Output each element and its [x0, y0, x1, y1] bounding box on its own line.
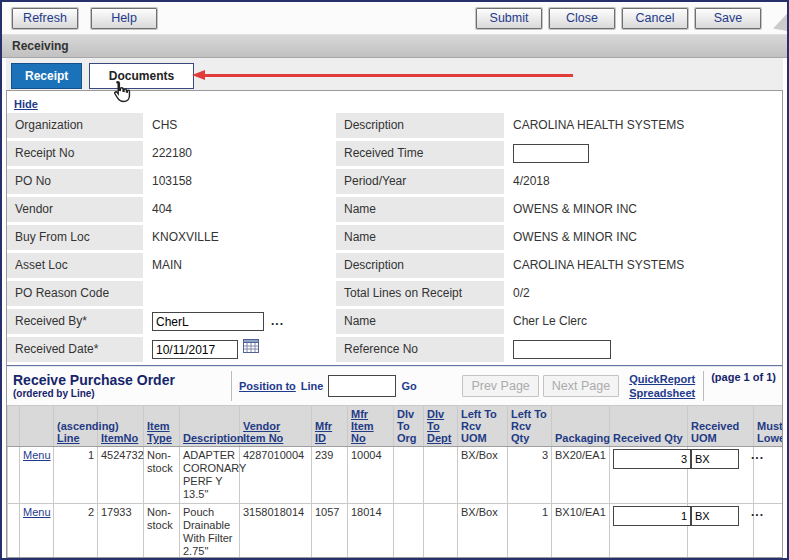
description-1-value: CAROLINA HEALTH SYSTEMS: [504, 113, 782, 138]
row2-itemno: 17933: [98, 504, 144, 559]
row2-item-type: Non-stock: [144, 504, 180, 559]
grid-header-received-qty: Received Qty: [610, 406, 688, 447]
row2-left-to-rcv-qty: 1: [508, 504, 552, 559]
grid-header-dlv-to-dept[interactable]: Dlv ToDept: [424, 406, 458, 447]
po-reason-code-label: PO Reason Code: [7, 281, 143, 306]
cancel-button[interactable]: Cancel: [622, 8, 688, 29]
received-by-lookup-ellipsis-icon[interactable]: ...: [271, 309, 284, 334]
grid-header-vendor-item-no[interactable]: VendorItem No: [240, 406, 312, 447]
row1-line: 1: [54, 447, 98, 504]
grid-header-menu: [20, 406, 54, 447]
received-date-input[interactable]: [152, 340, 238, 359]
row1-itemno: 4524732: [98, 447, 144, 504]
grid-header-description[interactable]: Description: [180, 406, 240, 447]
content-panel: Hide Organization CHS Description CAROLI…: [6, 90, 783, 558]
receipt-no-value: 222180: [143, 141, 336, 166]
grid-header-item-type[interactable]: ItemType: [144, 406, 180, 447]
vendor-name-label: Name: [336, 197, 504, 222]
position-line-label: Line: [301, 380, 324, 392]
divider: [703, 371, 704, 401]
period-year-value: 4/2018: [504, 169, 782, 194]
row2-packaging: BX10/EA1: [552, 504, 610, 559]
received-by-name-label: Name: [336, 309, 504, 334]
receipt-form: Organization CHS Description CAROLINA HE…: [7, 113, 782, 362]
save-button[interactable]: Save: [695, 8, 761, 29]
buy-from-loc-value: KNOXVILLE: [143, 225, 336, 250]
close-button[interactable]: Close: [549, 8, 615, 29]
vendor-label: Vendor: [7, 197, 143, 222]
description-2-label: Description: [336, 253, 504, 278]
row2-received-uom-input[interactable]: [691, 506, 739, 526]
go-button[interactable]: Go: [401, 380, 416, 392]
po-no-label: PO No: [7, 169, 143, 194]
row2-menu-link[interactable]: Menu: [23, 506, 51, 518]
position-to-line-input[interactable]: [328, 375, 396, 397]
grid-header-mfr-item-no[interactable]: MfrItem No: [348, 406, 394, 447]
received-date-label: Received Date*: [7, 337, 143, 362]
row1-uom-lookup-ellipsis-icon[interactable]: ...: [751, 449, 764, 462]
position-to-link[interactable]: Position to: [239, 380, 296, 392]
grid-header-packaging: Packaging: [552, 406, 610, 447]
row1-menu-link[interactable]: Menu: [23, 449, 51, 461]
asset-loc-label: Asset Loc: [7, 253, 143, 278]
cell-empty: [8, 504, 20, 559]
po-no-value: 103158: [143, 169, 336, 194]
organization-label: Organization: [7, 113, 143, 138]
tab-documents[interactable]: Documents: [89, 63, 194, 89]
row1-left-to-rcv-uom: BX/Box: [458, 447, 508, 504]
hand-cursor-icon: [108, 79, 134, 109]
vendor-name-value: OWENS & MINOR INC: [504, 197, 782, 222]
row2-dlv-to-org: [394, 504, 424, 559]
row2-description: Pouch Drainable With Filter 2.75" Flange: [180, 504, 240, 559]
spreadsheet-link[interactable]: Spreadsheet: [629, 386, 695, 400]
row1-left-to-rcv-qty: 3: [508, 447, 552, 504]
row2-uom-lookup-ellipsis-icon[interactable]: ...: [751, 506, 764, 519]
row1-item-type: Non-stock: [144, 447, 180, 504]
row2-line: 2: [54, 504, 98, 559]
grid-header-line[interactable]: (ascending)Line: [54, 406, 98, 447]
grid-header-left-to-rcv-uom: Left ToRcv UOM: [458, 406, 508, 447]
section-title: Receive Purchase Order: [13, 373, 231, 388]
row1-vendor-item-no: 4287010004: [240, 447, 312, 504]
row1-received-uom-input[interactable]: [691, 449, 739, 469]
hide-link[interactable]: Hide: [14, 98, 38, 110]
po-lines-table: (ascending)Line ItemNo ItemType Descript…: [7, 405, 783, 558]
row2-dlv-to-dept: [424, 504, 458, 559]
grid-header-must-lowe: MustLowe: [754, 406, 783, 447]
cell-empty: [8, 447, 20, 504]
prev-page-button[interactable]: Prev Page: [462, 375, 538, 397]
row1-received-qty-input[interactable]: [613, 449, 691, 469]
tab-receipt[interactable]: Receipt: [11, 63, 82, 89]
refresh-button[interactable]: Refresh: [12, 8, 78, 29]
grid-header-received-uom: Received UOM: [688, 406, 754, 447]
grid-header-left-to-rcv-qty: Left ToRcv Qty: [508, 406, 552, 447]
grid-header-mfr-id[interactable]: Mfr ID: [312, 406, 348, 447]
quickreport-link[interactable]: QuickReport: [629, 372, 695, 386]
period-year-label: Period/Year: [336, 169, 504, 194]
received-by-label: Received By*: [7, 309, 143, 334]
description-2-value: CAROLINA HEALTH SYSTEMS: [504, 253, 782, 278]
reference-no-input[interactable]: [513, 340, 611, 359]
receipt-no-label: Receipt No: [7, 141, 143, 166]
received-by-input[interactable]: [152, 312, 264, 331]
submit-button[interactable]: Submit: [476, 8, 542, 29]
total-lines-label: Total Lines on Receipt: [336, 281, 504, 306]
help-button[interactable]: Help: [91, 8, 157, 29]
grid-header-dlv-to-org: Dlv ToOrg: [394, 406, 424, 447]
red-arrow-annotation: [192, 70, 573, 80]
calendar-icon[interactable]: [243, 337, 259, 362]
organization-value: CHS: [143, 113, 336, 138]
buy-from-loc-label: Buy From Loc: [7, 225, 143, 250]
row2-mfr-id: 1057: [312, 504, 348, 559]
toolbar: Refresh Help Submit Close Cancel Save: [2, 2, 787, 35]
page-indicator: (page 1 of 1): [711, 371, 776, 383]
received-time-input[interactable]: [513, 144, 589, 163]
divider: [231, 371, 232, 401]
received-time-label: Received Time: [336, 141, 504, 166]
total-lines-value: 0/2: [504, 281, 782, 306]
receive-po-section-bar: Receive Purchase Order (ordered by Line)…: [7, 367, 782, 405]
next-page-button[interactable]: Next Page: [543, 375, 619, 397]
row2-received-qty-input[interactable]: [613, 506, 691, 526]
row1-packaging: BX20/EA1: [552, 447, 610, 504]
asset-loc-value: MAIN: [143, 253, 336, 278]
